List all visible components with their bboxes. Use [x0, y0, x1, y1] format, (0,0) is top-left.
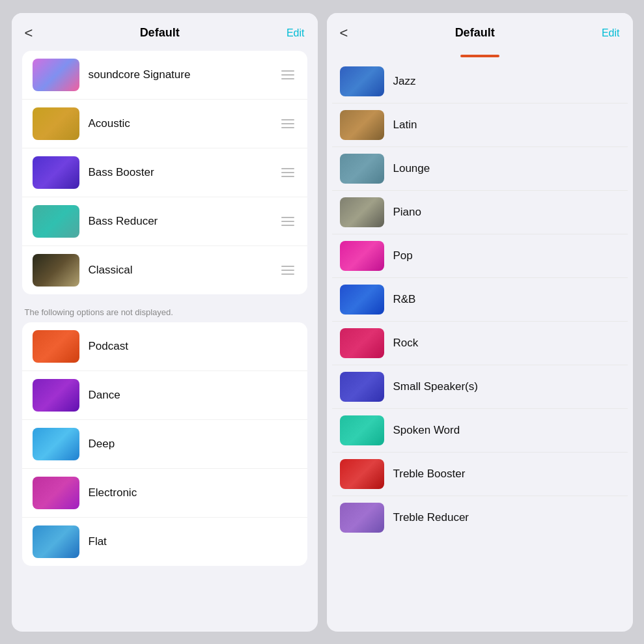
list-item-rnb[interactable]: R&B [332, 278, 628, 322]
thumb-soundcore-signature [33, 59, 79, 91]
left-header: < Default Edit [12, 13, 318, 51]
list-item-bass-reducer[interactable]: Bass Reducer [22, 197, 307, 246]
label-lounge: Lounge [393, 162, 430, 175]
thumb-small-speakers [340, 372, 384, 402]
left-title: Default [140, 26, 180, 40]
label-spoken-word: Spoken Word [393, 424, 460, 437]
list-item-podcast[interactable]: Podcast [22, 322, 307, 371]
thumb-spoken-word [340, 415, 384, 445]
thumb-rock [340, 328, 384, 358]
scroll-top-bar [460, 55, 499, 57]
drag-handle-classical[interactable] [279, 263, 297, 277]
right-screen: < Default Edit Jazz Latin Lounge Piano [327, 13, 633, 632]
list-item-classical[interactable]: Classical [22, 246, 307, 294]
list-item-latin[interactable]: Latin [332, 104, 628, 147]
label-acoustic: Acoustic [89, 117, 270, 130]
list-item-treble-reducer[interactable]: Treble Reducer [332, 496, 628, 539]
displayed-items-card: soundcore Signature Acoustic Bass Booste… [22, 51, 307, 294]
list-item-flat[interactable]: Flat [22, 518, 307, 566]
label-bass-reducer: Bass Reducer [89, 215, 270, 228]
list-item-small-speakers[interactable]: Small Speaker(s) [332, 365, 628, 409]
right-scroll-area[interactable]: Jazz Latin Lounge Piano Pop R&B [327, 60, 633, 632]
thumb-deep [33, 428, 79, 460]
thumb-piano [340, 197, 384, 227]
thumb-acoustic [33, 107, 79, 140]
thumb-treble-reducer [340, 503, 384, 533]
list-item-treble-booster[interactable]: Treble Booster [332, 453, 628, 496]
label-classical: Classical [89, 264, 270, 277]
list-item-soundcore-signature[interactable]: soundcore Signature [22, 51, 307, 100]
right-back-button[interactable]: < [340, 25, 348, 42]
list-item-pop[interactable]: Pop [332, 234, 628, 278]
thumb-rnb [340, 285, 384, 315]
label-rnb: R&B [393, 293, 416, 306]
thumb-flat [33, 525, 79, 558]
thumb-treble-booster [340, 459, 384, 489]
top-indicator [327, 51, 633, 60]
label-dance: Dance [89, 389, 297, 402]
thumb-jazz [340, 66, 384, 96]
thumb-dance [33, 379, 79, 412]
list-item-piano[interactable]: Piano [332, 191, 628, 234]
list-item-jazz[interactable]: Jazz [332, 60, 628, 104]
thumb-bass-booster [33, 156, 79, 189]
thumb-electronic [33, 477, 79, 509]
left-edit-button[interactable]: Edit [287, 27, 305, 39]
left-back-button[interactable]: < [25, 25, 33, 42]
label-piano: Piano [393, 206, 421, 219]
drag-handle-bass-reducer[interactable] [279, 214, 297, 229]
label-electronic: Electronic [89, 486, 297, 499]
label-latin: Latin [393, 119, 417, 132]
thumb-latin [340, 110, 384, 140]
thumb-classical [33, 254, 79, 287]
right-title: Default [455, 26, 495, 40]
drag-handle-acoustic[interactable] [279, 117, 297, 131]
label-flat: Flat [89, 535, 297, 548]
list-item-dance[interactable]: Dance [22, 371, 307, 420]
label-treble-reducer: Treble Reducer [393, 511, 469, 524]
label-podcast: Podcast [89, 340, 297, 353]
label-small-speakers: Small Speaker(s) [393, 380, 478, 393]
hidden-items-card: Podcast Dance Deep Electronic Flat [22, 322, 307, 566]
list-item-lounge[interactable]: Lounge [332, 147, 628, 191]
right-header: < Default Edit [327, 13, 633, 51]
list-item-deep[interactable]: Deep [22, 420, 307, 469]
label-treble-booster: Treble Booster [393, 468, 466, 481]
label-soundcore-signature: soundcore Signature [89, 68, 270, 81]
screens-wrapper: < Default Edit soundcore Signature Acous… [0, 0, 644, 644]
left-screen: < Default Edit soundcore Signature Acous… [12, 13, 318, 632]
list-item-spoken-word[interactable]: Spoken Word [332, 409, 628, 453]
list-item-acoustic[interactable]: Acoustic [22, 100, 307, 148]
label-pop: Pop [393, 249, 413, 262]
list-item-electronic[interactable]: Electronic [22, 469, 307, 518]
right-edit-button[interactable]: Edit [602, 27, 620, 39]
label-rock: Rock [393, 337, 419, 350]
label-bass-booster: Bass Booster [89, 166, 270, 179]
label-jazz: Jazz [393, 75, 416, 88]
left-scroll-area[interactable]: soundcore Signature Acoustic Bass Booste… [12, 51, 318, 632]
thumb-lounge [340, 154, 384, 184]
drag-handle-bass-booster[interactable] [279, 165, 297, 180]
label-deep: Deep [89, 438, 297, 451]
section-note: The following options are not displayed. [22, 302, 307, 322]
thumb-pop [340, 241, 384, 271]
list-item-bass-booster[interactable]: Bass Booster [22, 148, 307, 197]
thumb-bass-reducer [33, 205, 79, 238]
drag-handle-soundcore-signature[interactable] [279, 68, 297, 82]
thumb-podcast [33, 330, 79, 363]
list-item-rock[interactable]: Rock [332, 322, 628, 365]
